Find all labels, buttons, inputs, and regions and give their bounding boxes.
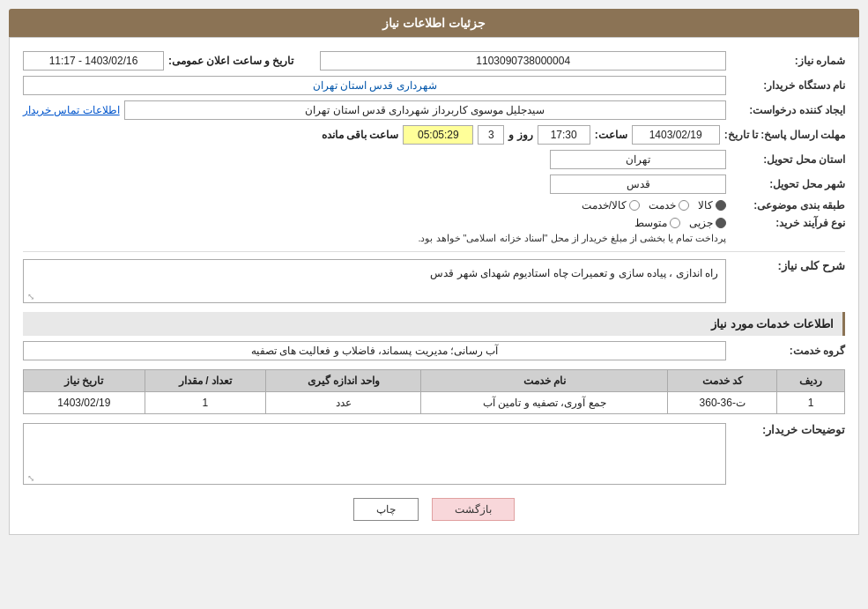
need-number-label: شماره نیاز:	[731, 55, 845, 67]
deadline-remaining: 05:05:29	[403, 125, 473, 145]
cell-quantity: 1	[145, 392, 266, 414]
category-radio-group: کالا خدمت کالا/خدمت	[582, 199, 726, 212]
col-unit: واحد اندازه گیری	[266, 370, 421, 392]
cell-row-num: 1	[777, 392, 845, 414]
contact-link[interactable]: اطلاعات تماس خریدار	[23, 104, 120, 116]
category-option-kala-khedmat[interactable]: کالا/خدمت	[582, 199, 640, 212]
radio-icon	[716, 218, 726, 228]
process-label: نوع فرآیند خرید:	[731, 217, 845, 229]
province-value: تهران	[550, 150, 726, 169]
announce-date-value: 1403/02/16 - 11:17	[23, 51, 164, 71]
col-row-num: ردیف	[777, 370, 845, 392]
category-label: طبقه بندی موضوعی:	[731, 199, 845, 212]
city-value: قدس	[550, 175, 726, 194]
creator-value: سیدجلیل موسوی کاربرداز شهرداری قدس استان…	[124, 100, 726, 120]
city-label: شهر محل تحویل:	[731, 178, 845, 190]
process-option-jozi[interactable]: جزیی	[689, 217, 726, 229]
radio-icon	[670, 218, 680, 228]
col-service-code: کد خدمت	[668, 370, 777, 392]
resize-handle[interactable]: ⤡	[26, 292, 34, 301]
need-description-value: راه اندازی ، پیاده سازی و تعمیرات چاه اس…	[430, 267, 718, 279]
category-kala-label: کالا	[698, 199, 713, 212]
print-button[interactable]: چاپ	[353, 498, 419, 521]
creator-label: ایجاد کننده درخواست:	[731, 104, 845, 116]
need-description-label: شرح کلی نیاز:	[731, 259, 845, 272]
deadline-days-label: روز و	[508, 129, 532, 141]
cell-service-code: ت-36-360	[668, 392, 777, 414]
deadline-days: 3	[478, 125, 504, 145]
process-jozi-label: جزیی	[689, 217, 713, 229]
deadline-date: 1403/02/19	[632, 125, 720, 145]
page-title: جزئیات اطلاعات نیاز	[9, 9, 859, 37]
back-button[interactable]: بازگشت	[432, 498, 515, 521]
col-need-date: تاریخ نیاز	[24, 370, 145, 392]
buyer-name-value: شهرداری قدس استان تهران	[23, 76, 726, 95]
deadline-time: 17:30	[538, 125, 590, 145]
deadline-remaining-label: ساعت باقی مانده	[322, 129, 399, 141]
buyer-notes-box: ⤡	[23, 423, 726, 485]
buyer-notes-label: توضیحات خریدار:	[731, 423, 845, 436]
category-kala-khedmat-label: کالا/خدمت	[582, 199, 627, 212]
category-option-khedmat[interactable]: خدمت	[649, 199, 689, 212]
cell-service-name: جمع آوری، تصفیه و تامین آب	[421, 392, 668, 414]
resize-handle-notes[interactable]: ⤡	[26, 473, 34, 482]
process-note: پرداخت تمام یا بخشی از مبلغ خریدار از مح…	[23, 233, 726, 244]
deadline-time-label: ساعت:	[595, 129, 627, 141]
service-group-value: آب رسانی؛ مدیریت پسماند، فاضلاب و فعالیت…	[23, 341, 726, 360]
col-quantity: تعداد / مقدار	[145, 370, 266, 392]
radio-icon	[679, 200, 689, 211]
announce-date-label: تاریخ و ساعت اعلان عمومی:	[168, 55, 293, 67]
service-group-label: گروه خدمت:	[731, 345, 845, 357]
category-khedmat-label: خدمت	[649, 199, 676, 212]
province-label: استان محل تحویل:	[731, 153, 845, 166]
services-table-container: ردیف کد خدمت نام خدمت واحد اندازه گیری ت…	[23, 369, 845, 414]
buyer-name-label: نام دستگاه خریدار:	[731, 79, 845, 92]
need-number-value: 1103090738000004	[320, 51, 726, 71]
process-motavaset-label: متوسط	[634, 217, 667, 229]
table-row: 1 ت-36-360 جمع آوری، تصفیه و تامین آب عد…	[24, 392, 845, 414]
process-option-motavaset[interactable]: متوسط	[634, 217, 680, 229]
radio-icon	[629, 200, 640, 211]
radio-icon	[716, 200, 726, 211]
category-option-kala[interactable]: کالا	[698, 199, 726, 212]
cell-unit: عدد	[266, 392, 421, 414]
services-table: ردیف کد خدمت نام خدمت واحد اندازه گیری ت…	[23, 369, 845, 414]
deadline-label: مهلت ارسال پاسخ: تا تاریخ:	[724, 129, 845, 141]
need-description-box: راه اندازی ، پیاده سازی و تعمیرات چاه اس…	[23, 259, 726, 303]
col-service-name: نام خدمت	[421, 370, 668, 392]
cell-need-date: 1403/02/19	[24, 392, 145, 414]
services-section-title: اطلاعات خدمات مورد نیاز	[23, 312, 845, 336]
